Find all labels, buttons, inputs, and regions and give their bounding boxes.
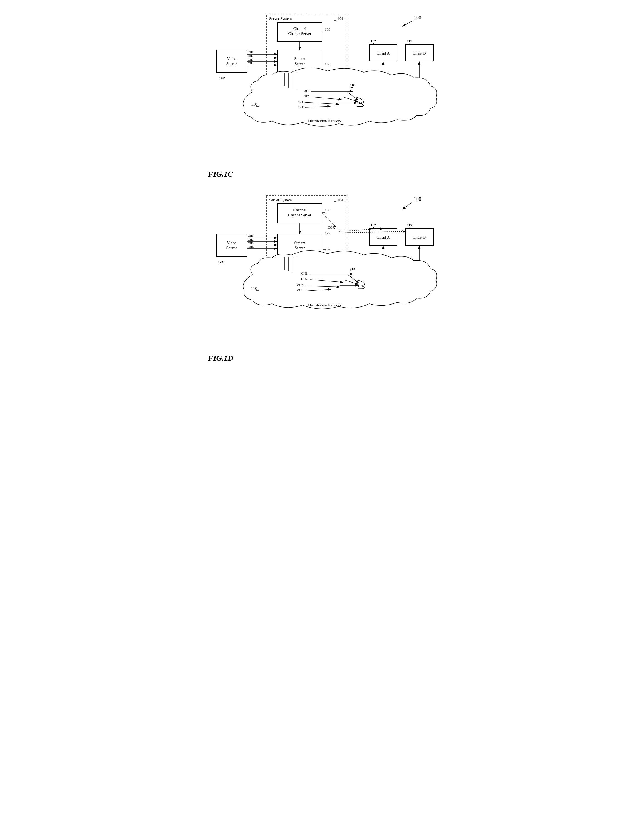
d-cloud-ch3: CH3 [297,283,304,287]
d-ch4-label: CH4 [248,245,254,249]
ref-118-d: 118 [350,266,355,271]
ref-100-label-d: 100 [414,196,421,202]
d-ch3-label: CH3 [248,241,254,245]
ch3-label-top: CH3 [248,58,254,61]
d-cloud-ch4: CH4 [297,289,304,292]
ref-112b-d: 112 [407,223,412,227]
ref-112b: 112 [407,39,412,43]
ref-104-d: 104 [337,198,343,202]
ref-114-d: 114 [357,284,363,288]
svg-line-0 [403,21,412,26]
ch2-label-top: CH2 [248,54,254,58]
ref-108-d: 108 [325,208,330,212]
ref-122: 122 [325,231,330,235]
distribution-network-label: Distribution Network [308,119,342,123]
fig1c-label: FIG.1C [202,170,442,178]
svg-line-11 [403,202,412,209]
ref-100-label: 100 [414,15,421,21]
ref-110-d: 110 [251,286,257,291]
client-a-label: Client A [377,51,390,55]
ccs-label-d-line1: Channel [293,208,307,212]
ref-118: 118 [350,83,355,87]
cloud-ch4: CH4 [298,105,305,109]
fig1d-label: FIG.1D [202,354,442,363]
server-system-label: Server System [269,17,292,21]
video-source-box [216,50,247,72]
ref-104: 104 [337,17,343,21]
ccs-label-d-line2: Change Server [288,213,311,217]
vs-label-d-line1: Video [227,241,236,245]
video-source-box-d [216,234,247,256]
client-b-label-d: Client B [412,235,426,239]
distribution-network-cloud: Distribution Network [243,68,437,126]
d-cloud-ch2: CH2 [301,277,308,281]
client-b-label: Client B [412,51,426,55]
ref-110: 110 [251,102,257,106]
channel-change-server-label-line1: Channel [293,27,307,31]
stream-server-label-line1: Stream [294,57,305,61]
ccr-label: CCR [328,225,335,229]
channel-change-server-label-line2: Change Server [288,32,311,36]
ref-112a: 112 [371,39,376,43]
ch1-label-top: CH1 [248,50,254,54]
server-system-label-d: Server System [269,198,292,202]
fig1d-section: 100 Server System 104 Channel Change Ser… [202,187,442,363]
video-source-label-line2: Source [226,62,237,66]
distribution-network-cloud-d: Distribution Network [243,250,437,309]
fig1c-svg: 100 Server System 104 Channel Change Ser… [202,6,442,167]
video-source-label-line1: Video [227,57,236,61]
d-cloud-ch1: CH1 [301,272,308,275]
fig1c-section: 100 Server System 104 Channel Change Ser… [202,6,442,178]
page: 100 Server System 104 Channel Change Ser… [202,6,442,363]
ss-label-d-line2: Server [295,246,305,250]
d-ch2-label: CH2 [248,238,254,241]
d-ch1-label: CH1 [248,234,254,237]
cloud-ch1: CH1 [302,89,309,93]
cloud-ch3: CH3 [298,100,305,104]
client-a-label-d: Client A [377,235,390,239]
ss-label-d-line1: Stream [294,241,305,245]
distribution-network-label-d: Distribution Network [308,303,342,307]
ref-102-d: 102 [218,260,223,264]
fig1d-svg: 100 Server System 104 Channel Change Ser… [202,187,442,351]
ref-108: 108 [325,27,330,31]
vs-label-d-line2: Source [226,246,237,250]
stream-server-label-line2: Server [295,62,305,66]
ref-102: 102 [219,76,225,80]
cloud-ch2: CH2 [302,94,309,98]
ch4-label-top: CH4 [248,61,254,65]
ref-114: 114 [357,101,362,105]
ref-112a-d: 112 [371,223,376,227]
